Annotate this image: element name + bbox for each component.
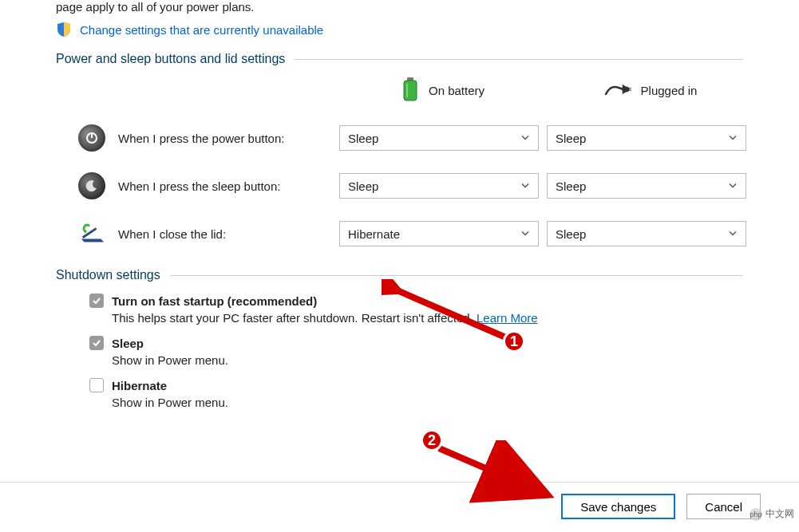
plug-icon xyxy=(604,81,631,100)
power-button-icon xyxy=(78,124,105,152)
chevron-down-icon xyxy=(728,227,738,241)
callout-2: 2 xyxy=(421,429,443,451)
sleep-button-battery-dropdown[interactable]: Sleep xyxy=(339,173,539,199)
svg-rect-1 xyxy=(404,81,417,100)
sleep-option-label: Sleep xyxy=(112,337,144,350)
save-changes-button[interactable]: Save changes xyxy=(561,494,675,519)
sleep-checkbox[interactable] xyxy=(89,336,104,350)
svg-rect-5 xyxy=(629,88,631,89)
close-lid-battery-dropdown[interactable]: Hibernate xyxy=(339,221,539,246)
fast-startup-desc: This helps start your PC faster after sh… xyxy=(112,311,477,325)
sleep-button-icon xyxy=(78,172,105,199)
section-shutdown-title: Shutdown settings xyxy=(56,268,743,282)
chevron-down-icon xyxy=(520,132,530,145)
sleep-option-desc: Show in Power menu. xyxy=(112,353,743,367)
intro-text: page apply to all of your power plans. xyxy=(56,0,743,14)
power-button-label: When I press the power button: xyxy=(118,132,284,145)
watermark-logo-icon: php xyxy=(750,508,762,521)
sleep-button-plugged-dropdown[interactable]: Sleep xyxy=(547,173,746,199)
callout-1: 1 xyxy=(503,330,525,353)
lid-icon xyxy=(78,220,105,247)
svg-point-4 xyxy=(622,87,630,93)
close-lid-plugged-dropdown[interactable]: Sleep xyxy=(547,221,746,246)
change-settings-link[interactable]: Change settings that are currently unava… xyxy=(80,23,323,37)
fast-startup-label: Turn on fast startup (recommended) xyxy=(112,294,317,308)
chevron-down-icon xyxy=(728,132,738,145)
annotation-arrow-2 xyxy=(431,440,567,504)
svg-rect-0 xyxy=(407,77,413,81)
hibernate-checkbox[interactable] xyxy=(89,378,104,392)
battery-icon xyxy=(401,77,419,104)
hibernate-option-desc: Show in Power menu. xyxy=(112,396,743,409)
shield-icon xyxy=(56,22,72,37)
hibernate-option-label: Hibernate xyxy=(112,379,167,392)
svg-line-10 xyxy=(439,448,543,493)
svg-rect-6 xyxy=(629,90,631,92)
power-button-plugged-dropdown[interactable]: Sleep xyxy=(547,125,746,151)
chevron-down-icon xyxy=(520,227,530,241)
header-plugged-in: Plugged in xyxy=(547,81,754,100)
learn-more-link[interactable]: Learn More xyxy=(477,311,538,325)
sleep-button-label: When I press the sleep button: xyxy=(118,179,280,193)
footer-separator xyxy=(0,482,799,483)
svg-rect-3 xyxy=(406,84,408,97)
watermark-text: 中文网 xyxy=(765,507,794,521)
chevron-down-icon xyxy=(728,179,738,193)
fast-startup-checkbox[interactable] xyxy=(89,294,104,308)
chevron-down-icon xyxy=(520,179,530,193)
section-power-title: Power and sleep buttons and lid settings xyxy=(56,52,743,66)
power-button-battery-dropdown[interactable]: Sleep xyxy=(339,125,539,151)
header-on-battery: On battery xyxy=(339,77,547,104)
close-lid-label: When I close the lid: xyxy=(118,227,226,241)
watermark: php 中文网 xyxy=(750,507,794,521)
